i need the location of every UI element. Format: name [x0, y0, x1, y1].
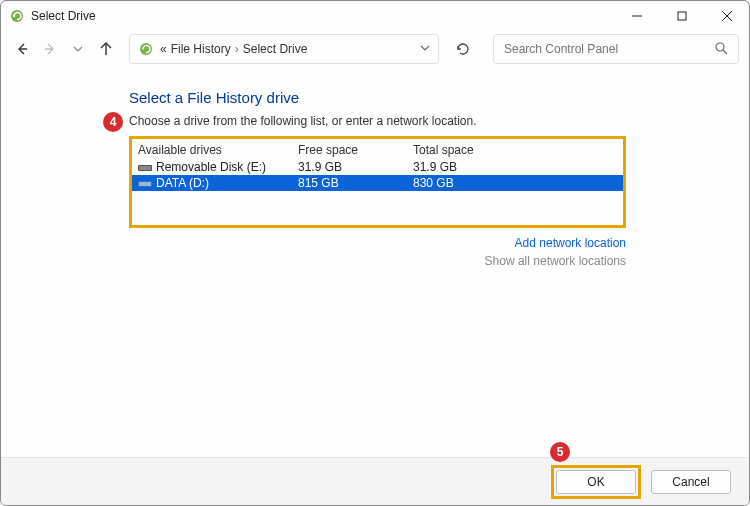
breadcrumb-part-1[interactable]: File History — [171, 42, 231, 56]
drive-name: DATA (D:) — [156, 176, 209, 190]
minimize-button[interactable] — [614, 1, 659, 31]
search-icon[interactable] — [714, 41, 728, 58]
page-heading: Select a File History drive — [129, 89, 731, 106]
callout-4: 4 — [103, 112, 123, 132]
main-content: Select a File History drive 4 Choose a d… — [1, 67, 749, 268]
maximize-button[interactable] — [659, 1, 704, 31]
svg-rect-14 — [139, 182, 151, 186]
column-header-name[interactable]: Available drives — [138, 143, 298, 157]
address-bar[interactable]: « File History › Select Drive — [129, 34, 439, 64]
titlebar-left: Select Drive — [9, 8, 96, 24]
drive-icon — [138, 178, 152, 188]
drive-total: 31.9 GB — [413, 160, 617, 174]
up-button[interactable] — [95, 38, 117, 60]
breadcrumb[interactable]: « File History › Select Drive — [160, 42, 307, 56]
refresh-button[interactable] — [449, 35, 477, 63]
svg-rect-12 — [139, 166, 151, 170]
navigation-row: « File History › Select Drive — [1, 31, 749, 67]
location-icon — [138, 41, 154, 57]
drive-icon — [138, 162, 152, 172]
show-all-locations-link: Show all network locations — [129, 254, 626, 268]
drive-row-selected[interactable]: DATA (D:) 815 GB 830 GB — [132, 175, 623, 191]
add-network-location-link[interactable]: Add network location — [129, 236, 626, 250]
drive-name: Removable Disk (E:) — [156, 160, 266, 174]
svg-rect-2 — [678, 12, 686, 20]
link-area: Add network location Show all network lo… — [129, 236, 626, 268]
window-controls — [614, 1, 749, 31]
ok-highlight: 5 OK — [551, 465, 641, 499]
column-header-free[interactable]: Free space — [298, 143, 413, 157]
forward-button[interactable] — [39, 38, 61, 60]
search-box[interactable] — [493, 34, 739, 64]
ok-button[interactable]: OK — [556, 470, 636, 494]
column-header-total[interactable]: Total space — [413, 143, 617, 157]
svg-point-9 — [716, 43, 724, 51]
app-icon — [9, 8, 25, 24]
drive-row[interactable]: Removable Disk (E:) 31.9 GB 31.9 GB — [132, 159, 623, 175]
window-title: Select Drive — [31, 9, 96, 23]
chevron-right-icon: › — [235, 42, 239, 56]
breadcrumb-prefix: « — [160, 42, 167, 56]
recent-dropdown[interactable] — [67, 38, 89, 60]
back-button[interactable] — [11, 38, 33, 60]
cancel-button[interactable]: Cancel — [651, 470, 731, 494]
drive-free: 815 GB — [298, 176, 413, 190]
drive-free: 31.9 GB — [298, 160, 413, 174]
drive-total: 830 GB — [413, 176, 617, 190]
footer: 5 OK Cancel — [1, 457, 749, 505]
drive-list-header: Available drives Free space Total space — [132, 139, 623, 159]
address-dropdown[interactable] — [420, 42, 430, 56]
search-input[interactable] — [504, 42, 714, 56]
callout-5: 5 — [550, 442, 570, 462]
breadcrumb-part-2[interactable]: Select Drive — [243, 42, 308, 56]
page-subtitle: 4 Choose a drive from the following list… — [129, 114, 731, 128]
drive-list-box: Available drives Free space Total space … — [129, 136, 626, 228]
titlebar: Select Drive — [1, 1, 749, 31]
close-button[interactable] — [704, 1, 749, 31]
svg-line-10 — [723, 50, 727, 54]
